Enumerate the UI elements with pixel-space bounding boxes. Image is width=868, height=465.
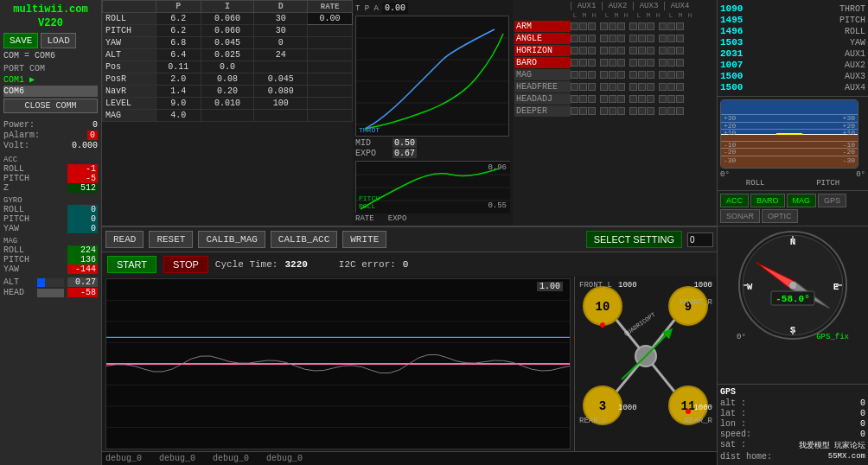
aux-check-2-9[interactable] — [659, 47, 667, 54]
aux-check-3-9[interactable] — [659, 59, 667, 67]
pid-p-5[interactable]: 2.0 — [156, 73, 201, 86]
aux-check-2-10[interactable] — [667, 47, 675, 54]
aux-check-2-8[interactable] — [647, 47, 654, 54]
aux-mode-label-4[interactable]: MAG — [514, 69, 571, 80]
aux-mode-label-6[interactable]: HEADADJ — [514, 93, 571, 105]
pid-rate-2[interactable] — [308, 37, 353, 49]
setting-value-input[interactable] — [687, 232, 713, 247]
aux-check-6-8[interactable] — [647, 95, 654, 103]
aux-check-1-3[interactable] — [600, 35, 608, 42]
aux-check-7-6[interactable] — [629, 107, 637, 115]
aux-check-7-7[interactable] — [638, 107, 646, 115]
sensor-optic-btn[interactable]: OPTIC — [762, 209, 798, 223]
aux-check-3-0[interactable] — [571, 59, 578, 67]
aux-check-3-4[interactable] — [609, 59, 616, 67]
aux-check-4-2[interactable] — [588, 71, 596, 79]
aux-check-4-3[interactable] — [600, 71, 608, 79]
aux-check-0-8[interactable] — [647, 22, 654, 30]
aux-check-0-3[interactable] — [600, 22, 608, 30]
pid-i-3[interactable]: 0.025 — [201, 49, 254, 61]
aux-check-1-8[interactable] — [647, 35, 654, 42]
pid-d-0[interactable]: 30 — [254, 13, 308, 25]
aux-check-7-9[interactable] — [659, 107, 667, 115]
aux-check-4-7[interactable] — [638, 71, 646, 79]
aux-check-6-2[interactable] — [588, 95, 596, 103]
aux-check-0-5[interactable] — [617, 22, 625, 30]
pid-d-1[interactable]: 30 — [254, 25, 308, 37]
pid-i-5[interactable]: 0.08 — [201, 73, 254, 86]
pid-d-7[interactable]: 100 — [254, 98, 308, 110]
pid-rate-4[interactable] — [308, 61, 353, 73]
pid-rate-3[interactable] — [308, 49, 353, 61]
aux-check-4-5[interactable] — [617, 71, 625, 79]
pid-i-1[interactable]: 0.060 — [201, 25, 254, 37]
aux-check-6-5[interactable] — [617, 95, 625, 103]
pid-p-6[interactable]: 1.4 — [156, 86, 201, 98]
aux-mode-label-0[interactable]: ARM — [514, 21, 571, 32]
sensor-baro-btn[interactable]: BARO — [750, 194, 785, 207]
aux-check-1-6[interactable] — [629, 35, 637, 42]
aux-check-5-7[interactable] — [638, 83, 646, 91]
aux-check-2-7[interactable] — [638, 47, 646, 54]
aux-check-2-0[interactable] — [571, 47, 578, 54]
aux-check-5-3[interactable] — [600, 83, 608, 91]
port-com1[interactable]: COM1 ▶ — [3, 73, 98, 86]
aux-check-4-10[interactable] — [667, 71, 675, 79]
pid-p-2[interactable]: 6.8 — [156, 37, 201, 49]
aux-check-2-1[interactable] — [579, 47, 587, 54]
aux-check-7-0[interactable] — [571, 107, 578, 115]
pid-i-2[interactable]: 0.045 — [201, 37, 254, 49]
aux-check-7-1[interactable] — [579, 107, 587, 115]
port-com6[interactable]: COM6 — [3, 86, 98, 97]
aux-check-3-10[interactable] — [667, 59, 675, 67]
aux-check-7-10[interactable] — [667, 107, 675, 115]
aux-mode-label-2[interactable]: HORIZON — [514, 45, 571, 56]
aux-check-3-1[interactable] — [579, 59, 587, 67]
aux-check-0-0[interactable] — [571, 22, 578, 30]
aux-mode-label-5[interactable]: HEADFREE — [514, 81, 571, 92]
pid-i-0[interactable]: 0.060 — [201, 13, 254, 25]
aux-check-0-4[interactable] — [609, 22, 616, 30]
aux-check-6-10[interactable] — [667, 95, 675, 103]
calib-mag-button[interactable]: CALIB_MAG — [198, 231, 265, 248]
pid-rate-7[interactable] — [308, 98, 353, 110]
sensor-sonar-btn[interactable]: SONAR — [720, 209, 760, 223]
aux-check-6-7[interactable] — [638, 95, 646, 103]
aux-check-2-6[interactable] — [629, 47, 637, 54]
aux-check-3-11[interactable] — [676, 59, 684, 67]
aux-check-7-8[interactable] — [647, 107, 654, 115]
aux-check-0-7[interactable] — [638, 22, 646, 30]
pid-rate-6[interactable] — [308, 86, 353, 98]
load-button[interactable]: LOAD — [41, 33, 75, 48]
aux-check-0-2[interactable] — [588, 22, 596, 30]
aux-check-2-4[interactable] — [609, 47, 616, 54]
pid-d-6[interactable]: 0.080 — [254, 86, 308, 98]
aux-check-6-1[interactable] — [579, 95, 587, 103]
aux-check-3-2[interactable] — [588, 59, 596, 67]
aux-check-0-1[interactable] — [579, 22, 587, 30]
pid-d-3[interactable]: 24 — [254, 49, 308, 61]
aux-check-7-5[interactable] — [617, 107, 625, 115]
aux-check-4-0[interactable] — [571, 71, 578, 79]
aux-check-1-4[interactable] — [609, 35, 616, 42]
pid-p-7[interactable]: 9.0 — [156, 98, 201, 110]
pid-i-7[interactable]: 0.010 — [201, 98, 254, 110]
pid-rate-0[interactable]: 0.00 — [308, 13, 353, 25]
aux-check-7-4[interactable] — [609, 107, 616, 115]
pid-rate-8[interactable] — [308, 110, 353, 122]
save-button[interactable]: SAVE — [3, 33, 38, 48]
pid-d-8[interactable] — [254, 110, 308, 122]
aux-check-1-9[interactable] — [659, 35, 667, 42]
sensor-mag-btn[interactable]: MAG — [787, 194, 817, 207]
aux-check-3-6[interactable] — [629, 59, 637, 67]
pid-p-1[interactable]: 6.2 — [156, 25, 201, 37]
aux-check-0-6[interactable] — [629, 22, 637, 30]
aux-check-4-8[interactable] — [647, 71, 654, 79]
aux-check-5-9[interactable] — [659, 83, 667, 91]
aux-check-0-10[interactable] — [667, 22, 675, 30]
aux-check-3-8[interactable] — [647, 59, 654, 67]
pid-p-4[interactable]: 0.11 — [156, 61, 201, 73]
aux-check-6-11[interactable] — [676, 95, 684, 103]
aux-check-6-9[interactable] — [659, 95, 667, 103]
reset-button[interactable]: RESET — [149, 231, 193, 248]
